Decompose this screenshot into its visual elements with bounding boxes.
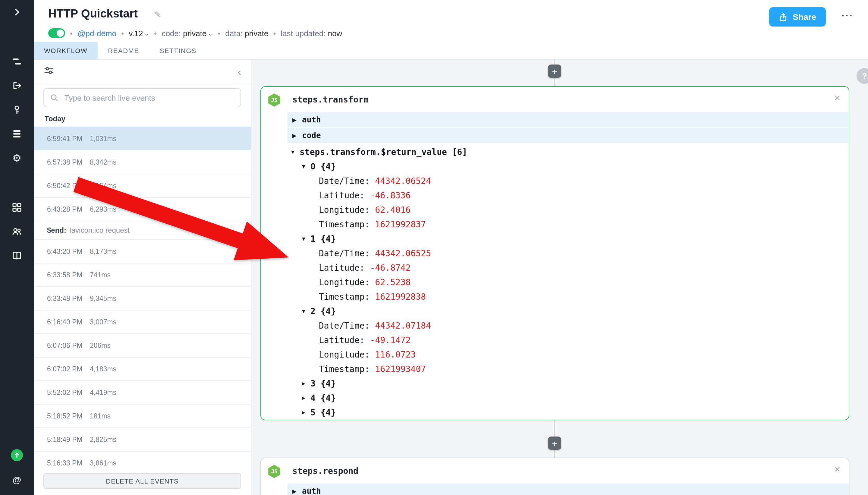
field-key: Latitude: [319, 190, 365, 200]
event-row[interactable]: 6:43:28 PM6,293ms [34, 197, 251, 221]
caret-down-icon[interactable]: ▼ [302, 164, 310, 169]
edit-title-icon[interactable]: ✎ [154, 10, 161, 19]
field-key: Latitude: [319, 335, 365, 345]
step-header: steps.transform [288, 87, 849, 112]
entry-label: 1 {4} [310, 234, 336, 243]
sidebar-item-people[interactable] [0, 220, 34, 243]
field-value: 1621992838 [375, 292, 426, 302]
event-row[interactable]: 5:52:02 PM4,419ms [34, 380, 251, 404]
section-label: auth [302, 115, 321, 124]
field-key: Date/Time: [319, 249, 370, 258]
field-key: Longitude: [319, 277, 370, 287]
tree-line: Timestamp:1621993407 [288, 362, 849, 376]
meta-separator: • [154, 29, 157, 38]
tree-line: ▼steps.transform.$return_value [6] [288, 145, 849, 159]
caret-down-icon[interactable]: ▼ [291, 149, 299, 155]
meta-separator: • [121, 29, 124, 38]
help-button[interactable]: ? [856, 68, 868, 84]
step-sections: ▶auth▶code [288, 112, 849, 143]
tab-settings[interactable]: SETTINGS [150, 42, 207, 59]
add-step-button[interactable]: + [548, 437, 561, 450]
field-value: 44342.06524 [375, 176, 431, 186]
tree-line: ▶3 {4} [288, 376, 849, 391]
collapse-panel-icon[interactable]: ‹ [238, 67, 241, 77]
delete-all-events-button[interactable]: DELETE ALL EVENTS [44, 473, 241, 489]
field-value: 44342.06525 [375, 249, 431, 258]
sidebar-item-apps[interactable] [0, 195, 34, 220]
section-code[interactable]: ▶code [288, 128, 849, 143]
sidebar-item-runs[interactable] [0, 73, 34, 98]
sidebar-item-settings[interactable]: ⚙ [0, 146, 34, 170]
field-value: -46.8742 [370, 263, 411, 273]
events-toolbar: ‹ [34, 60, 251, 84]
section-auth[interactable]: ▶auth [288, 112, 849, 127]
caret-down-icon[interactable]: ▼ [302, 236, 310, 242]
close-step-icon[interactable]: × [834, 464, 840, 475]
event-row[interactable]: 6:59:41 PM1,031ms [34, 126, 251, 150]
code-visibility-dropdown[interactable]: code: private⌄ [161, 29, 213, 38]
entry-label: 2 {4} [310, 306, 336, 316]
sidebar-item-docs[interactable] [0, 243, 34, 268]
caret-right-icon: ▶ [292, 132, 301, 138]
field-key: Date/Time: [319, 321, 370, 330]
meta-separator: • [218, 29, 220, 38]
step-card-transform[interactable]: JS steps.transform × ▶auth▶code ▼steps.t… [260, 86, 849, 420]
tree-line: Date/Time:44342.06525 [288, 246, 849, 260]
section-label: auth [302, 487, 321, 495]
tab-readme[interactable]: README [98, 42, 149, 59]
event-row[interactable]: 5:18:52 PM181ms [34, 404, 251, 427]
step-card-body: JS steps.transform × ▶auth▶code ▼steps.t… [261, 87, 849, 420]
events-group-label: Today [34, 110, 251, 126]
search-icon [50, 93, 58, 102]
filter-icon[interactable] [44, 65, 54, 79]
sidebar-item-keys[interactable] [0, 98, 34, 122]
event-row[interactable]: 6:43:20 PM8,173ms [34, 239, 251, 263]
sidebar-item-data-stores[interactable] [0, 122, 34, 146]
event-row[interactable]: 5:16:33 PM3,861ms [34, 451, 251, 475]
section-label: code [302, 131, 321, 140]
event-row[interactable]: 5:18:49 PM2,825ms [34, 427, 251, 451]
meta-separator: • [70, 29, 73, 38]
close-step-icon[interactable]: × [834, 93, 840, 103]
sidebar-expand-chevron-icon[interactable] [0, 0, 34, 24]
sidebar-item-updates[interactable] [0, 443, 34, 467]
version-dropdown[interactable]: v.12⌄ [129, 29, 149, 38]
event-row[interactable]: 6:33:58 PM741ms [34, 263, 251, 286]
search-input[interactable] [63, 92, 235, 103]
meta-separator: • [273, 29, 276, 38]
caret-right-icon: ▶ [292, 488, 301, 494]
caret-down-icon[interactable]: ▼ [302, 308, 310, 314]
field-value: -46.8336 [370, 190, 411, 200]
event-row[interactable]: 6:07:02 PM4,183ms [34, 357, 251, 380]
event-row[interactable]: 6:07:06 PM206ms [34, 334, 251, 357]
event-row[interactable]: 6:16:40 PM3,007ms [34, 310, 251, 334]
workflow-active-toggle[interactable] [48, 28, 65, 38]
owner-link[interactable]: @pd-demo [77, 29, 116, 38]
sidebar-item-mentions[interactable]: @ [0, 467, 34, 491]
add-step-button[interactable]: + [548, 65, 561, 78]
field-value: 62.4016 [375, 205, 411, 215]
step-card-respond[interactable]: JS steps.respond × ▶auth [260, 458, 849, 495]
events-panel: ‹ Today 6:59:41 PM1,031ms6:57:38 PM8,342… [34, 60, 251, 495]
tree-line: Timestamp:1621992837 [288, 217, 849, 232]
caret-right-icon[interactable]: ▶ [302, 409, 310, 415]
caret-right-icon[interactable]: ▶ [302, 395, 310, 401]
caret-right-icon[interactable]: ▶ [302, 380, 310, 387]
event-row[interactable]: 6:33:48 PM9,345ms [34, 286, 251, 310]
app-sidebar: ⚙ @ [0, 0, 34, 495]
share-icon [779, 12, 788, 21]
tab-workflow[interactable]: WORKFLOW [34, 42, 98, 59]
more-options-icon[interactable]: ⋯ [841, 8, 853, 22]
sidebar-bottom-group: @ [0, 443, 34, 491]
event-row[interactable]: 6:57:38 PM8,342ms [34, 150, 251, 174]
workflow-canvas: + ? JS steps.transform × ▶auth▶code ▼ste… [251, 60, 868, 495]
update-arrow-icon [11, 449, 23, 461]
field-value: 1621992837 [375, 220, 426, 229]
section-auth[interactable]: ▶auth [288, 483, 849, 495]
event-row[interactable]: 6:50:42 PM9,154ms [34, 174, 251, 197]
share-button[interactable]: Share [769, 7, 826, 27]
event-note-row[interactable]: $end:favicon.ico request [34, 221, 251, 239]
sidebar-item-pipelines[interactable] [0, 49, 34, 73]
field-key: Timestamp: [319, 364, 370, 374]
last-updated: last updated: now [281, 29, 342, 38]
